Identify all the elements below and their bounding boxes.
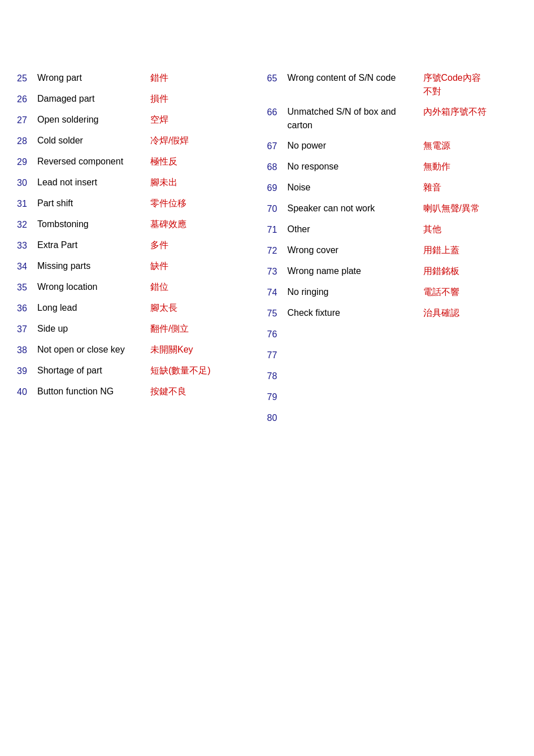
entry-chinese: 腳未出 [150,176,177,189]
entry-chinese: 冷焊/假焊 [150,134,189,147]
entry-number: 79 [267,390,288,404]
list-item: 26Damaged part損件 [17,89,267,110]
entry-number: 77 [267,348,288,362]
list-item: 71Other其他 [267,219,518,240]
list-item: 38Not open or close key未開關Key [17,340,267,360]
list-item: 70Speaker can not work喇叭無聲/異常 [267,198,518,219]
entry-english: Wrong content of S/N code [288,71,423,98]
list-item: 74No ringing電話不響 [267,282,518,303]
entry-chinese: 錯位 [150,280,168,294]
entry-number: 70 [267,202,288,216]
entry-english: Wrong cover [288,244,423,257]
entry-number: 37 [17,322,37,336]
entry-english: Not open or close key [37,343,150,357]
page-container: 25Wrong part錯件26Damaged part損件27Open sol… [0,0,534,756]
entry-number: 71 [267,223,288,237]
right-column: 65Wrong content of S/N code序號Code內容不對66U… [267,68,518,428]
entry-english: Speaker can not work [288,202,423,215]
entry-chinese: 用錯銘板 [423,264,508,278]
list-item: 28Cold solder冷焊/假焊 [17,131,267,151]
entry-number: 66 [267,105,288,119]
entry-english: Tombstoning [37,218,150,231]
list-item: 68No response無動作 [267,157,518,177]
list-item: 30Lead not insert腳未出 [17,172,267,193]
entry-number: 69 [267,181,288,195]
entry-english: No ringing [288,285,423,299]
entry-english-wrap: Unmatched S/N of box andcarton [288,105,423,132]
entry-number: 30 [17,176,37,190]
list-item: 65Wrong content of S/N code序號Code內容不對 [267,68,518,102]
entry-chinese: 喇叭無聲/異常 [423,202,508,215]
entry-number: 33 [17,238,37,253]
entry-english: Cold solder [37,134,150,147]
left-column: 25Wrong part錯件26Damaged part損件27Open sol… [17,68,267,428]
list-item: 34Missing parts缺件 [17,256,267,277]
list-item: 39Shortage of part短缺(數量不足) [17,360,267,381]
entry-chinese: 墓碑效應 [150,218,186,231]
entry-number: 65 [267,71,288,85]
entry-chinese: 治具確認 [423,306,508,320]
entry-english: Button function NG [37,385,150,398]
entry-chinese: 損件 [150,92,168,106]
entry-chinese: 多件 [150,238,168,252]
entry-english: Wrong location [37,280,150,294]
entry-chinese: 錯件 [150,71,168,85]
entry-chinese: 腳太長 [150,301,177,315]
list-item: 79 [267,386,518,407]
entry-number: 72 [267,244,288,258]
entry-number: 28 [17,134,37,148]
entry-chinese: 其他 [423,223,508,236]
entry-chinese: 短缺(數量不足) [150,364,211,377]
entry-number: 32 [17,218,37,232]
entry-content-wrap: Unmatched S/N of box andcarton內外箱序號不符 [288,105,518,132]
list-item: 76 [267,324,518,345]
entry-number: 40 [17,385,37,399]
entry-english: Open soldering [37,113,150,127]
list-item: 31Part shift零件位移 [17,193,267,214]
list-item: 40Button function NG按鍵不良 [17,381,267,402]
list-item: 33Extra Part多件 [17,235,267,256]
entry-number: 36 [17,301,37,315]
list-item: 67No power無電源 [267,136,518,157]
list-item: 27Open soldering空焊 [17,110,267,131]
entry-chinese: 翻件/側立 [150,322,189,336]
list-item: 80 [267,407,518,428]
list-item: 25Wrong part錯件 [17,68,267,89]
list-item: 32Tombstoning墓碑效應 [17,214,267,235]
entry-english: Part shift [37,197,150,210]
entry-number: 29 [17,155,37,169]
list-item: 29Reversed component極性反 [17,151,267,172]
entry-chinese: 用錯上蓋 [423,244,508,257]
entry-english: Shortage of part [37,364,150,377]
entry-number: 67 [267,139,288,153]
list-item: 66Unmatched S/N of box andcarton內外箱序號不符 [267,102,518,136]
entry-chinese: 無電源 [423,139,508,153]
entry-english: Other [288,223,423,236]
entry-english: Side up [37,322,150,336]
entry-number: 78 [267,369,288,383]
entry-english: Noise [288,181,423,194]
entry-english: Check fixture [288,306,423,320]
entry-number: 27 [17,113,37,127]
entry-chinese: 缺件 [150,259,168,273]
entry-english: Wrong part [37,71,150,85]
entry-chinese: 電話不響 [423,285,508,299]
entry-number: 80 [267,411,288,425]
entry-english: Extra Part [37,238,150,252]
list-item: 37Side up翻件/側立 [17,319,267,340]
list-item: 69Noise雜音 [267,177,518,198]
entry-english: Long lead [37,301,150,315]
entry-english-line1: Unmatched S/N of box and [288,105,418,119]
entry-english: Lead not insert [37,176,150,189]
list-item: 36Long lead腳太長 [17,298,267,319]
entry-number: 73 [267,264,288,279]
entry-chinese: 未開關Key [150,343,193,357]
entry-english: No response [288,160,423,173]
entry-number: 25 [17,71,37,85]
entry-chinese-line1: 序號Code內容 [423,71,481,85]
entry-english: Reversed component [37,155,150,168]
entry-number: 39 [17,364,37,378]
entry-chinese-wrap: 序號Code內容不對 [423,71,481,98]
list-item: 77 [267,345,518,366]
entry-number: 75 [267,306,288,320]
